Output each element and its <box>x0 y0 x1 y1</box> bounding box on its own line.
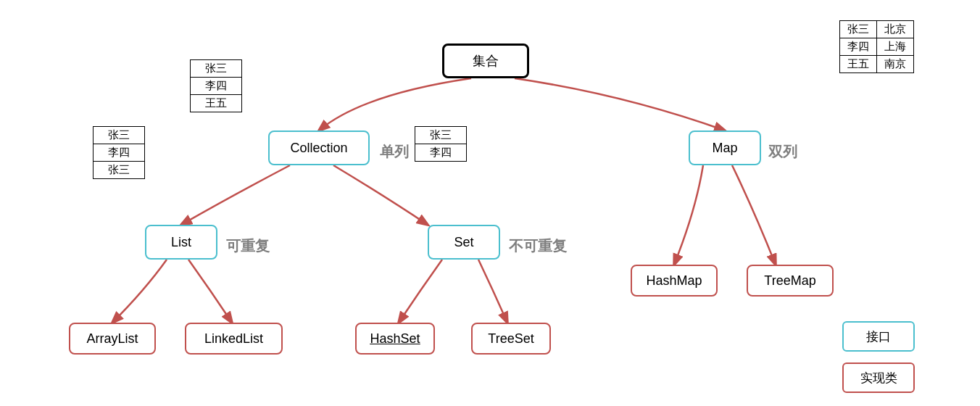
collection-label: Collection <box>290 141 347 156</box>
node-collection: Collection <box>268 130 370 165</box>
node-set: Set <box>428 225 500 260</box>
table-row: 李四 上海 <box>840 38 914 56</box>
arraylist-label: ArrayList <box>86 331 138 347</box>
root-label: 集合 <box>473 52 499 70</box>
treeset-label: TreeSet <box>488 331 533 347</box>
label-double: 双列 <box>768 142 797 162</box>
node-treemap: TreeMap <box>747 265 834 297</box>
table-row: 李四 <box>191 78 242 95</box>
table-row: 王五 南京 <box>840 56 914 73</box>
set-label: Set <box>454 235 473 250</box>
legend-impl: 实现类 <box>842 362 915 393</box>
table-stacked-lower: 张三 李四 张三 <box>93 126 145 179</box>
table-top-right: 张三 北京 李四 上海 王五 南京 <box>839 20 914 73</box>
node-treeset: TreeSet <box>471 323 551 355</box>
table-mid-set: 张三 李四 <box>415 126 467 162</box>
node-hashset: HashSet <box>355 323 435 355</box>
node-hashmap: HashMap <box>631 265 718 297</box>
table-row: 张三 <box>191 60 242 78</box>
table-row: 张三 <box>94 162 145 179</box>
legend-impl-label: 实现类 <box>860 370 897 386</box>
label-no-repeat: 不可重复 <box>509 236 567 256</box>
table-row: 李四 <box>415 144 467 162</box>
list-label: List <box>171 235 191 250</box>
linkedlist-label: LinkedList <box>204 331 263 347</box>
table-row: 李四 <box>94 144 145 162</box>
legend-interface-label: 接口 <box>866 328 891 345</box>
table-row: 张三 <box>415 127 467 144</box>
table-row: 张三 <box>94 127 145 144</box>
hashset-label: HashSet <box>370 331 420 347</box>
node-root: 集合 <box>442 44 529 78</box>
node-list: List <box>145 225 217 260</box>
diagram: 集合 Collection 单列 Map 双列 List 可重复 Set 不可重… <box>0 0 980 406</box>
map-label: Map <box>712 141 737 156</box>
table-row: 张三 北京 <box>840 21 914 38</box>
table-stacked-upper: 张三 李四 王五 <box>190 59 242 112</box>
node-map: Map <box>689 130 761 165</box>
node-linkedlist: LinkedList <box>185 323 283 355</box>
hashmap-label: HashMap <box>646 273 702 289</box>
legend-interface: 接口 <box>842 321 915 352</box>
label-single: 单列 <box>380 142 409 162</box>
node-arraylist: ArrayList <box>69 323 156 355</box>
treemap-label: TreeMap <box>764 273 815 289</box>
table-row: 王五 <box>191 95 242 112</box>
label-repeatable: 可重复 <box>226 236 270 256</box>
